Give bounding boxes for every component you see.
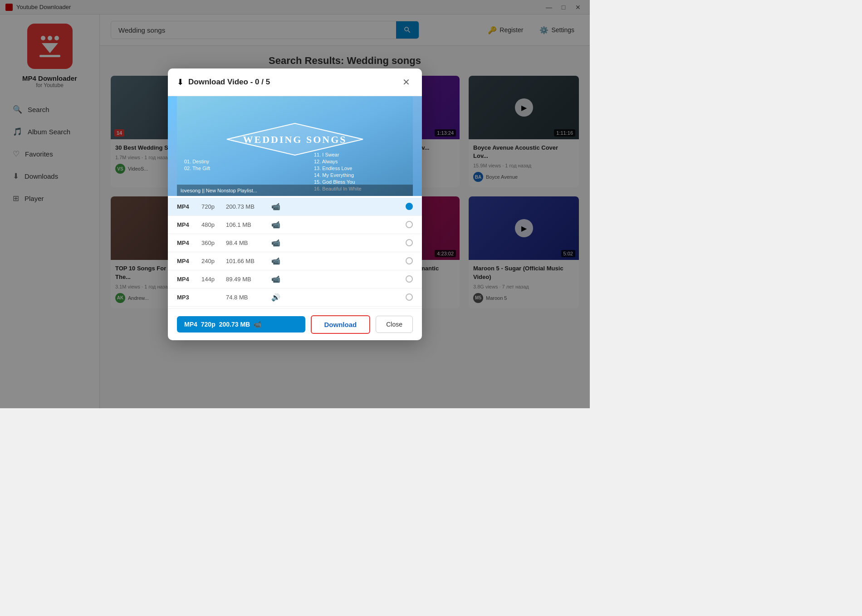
svg-text:WEDDING SONGS: WEDDING SONGS	[243, 134, 347, 145]
svg-text:lovesong || New Nonstop Playli: lovesong || New Nonstop Playlist...	[181, 188, 257, 193]
fmt-size-240p: 101.66 MB	[226, 258, 267, 264]
fmt-icon-480p: 📹	[271, 220, 280, 229]
selected-format-info: MP4 720p 200.73 MB 📹	[177, 316, 305, 332]
fmt-radio-720p	[406, 203, 413, 210]
svg-text:14. My Everything: 14. My Everything	[314, 172, 354, 178]
fmt-icon-mp3: 🔊	[271, 293, 280, 302]
svg-text:15. God Bless You: 15. God Bless You	[314, 179, 355, 185]
fmt-type-480p: MP4	[177, 221, 197, 228]
modal-close-button[interactable]: ✕	[400, 76, 413, 88]
selected-res: 720p	[201, 321, 216, 328]
download-icon: ⬇	[177, 77, 184, 87]
fmt-size-720p: 200.73 MB	[226, 203, 267, 210]
svg-text:13. Endless Love: 13. Endless Love	[314, 166, 352, 171]
format-row-mp3[interactable]: MP3 74.8 MB 🔊	[168, 288, 422, 307]
fmt-res-720p: 720p	[201, 203, 221, 210]
svg-text:11. I Swear: 11. I Swear	[314, 152, 339, 157]
fmt-radio-480p	[406, 221, 413, 228]
format-row-720p[interactable]: MP4 720p 200.73 MB 📹	[168, 198, 422, 216]
video-format-icon: 📹	[254, 321, 261, 328]
fmt-type-240p: MP4	[177, 258, 197, 264]
fmt-icon-360p: 📹	[271, 239, 280, 247]
modal-title: Download Video - 0 / 5	[188, 78, 395, 87]
fmt-type-360p: MP4	[177, 240, 197, 246]
fmt-radio-144p	[406, 275, 413, 283]
modal-video-thumbnail: WEDDING SONGS 01. Destiny 02. The Gift 1…	[168, 96, 422, 196]
fmt-type-720p: MP4	[177, 203, 197, 210]
svg-text:01. Destiny: 01. Destiny	[184, 159, 210, 164]
fmt-icon-720p: 📹	[271, 202, 280, 211]
fmt-res-480p: 480p	[201, 221, 221, 228]
svg-text:02. The Gift: 02. The Gift	[184, 166, 210, 171]
fmt-type-mp3: MP3	[177, 294, 197, 301]
format-row-240p[interactable]: MP4 240p 101.66 MB 📹	[168, 252, 422, 270]
fmt-size-144p: 89.49 MB	[226, 276, 267, 283]
svg-text:12. Always: 12. Always	[314, 159, 338, 164]
format-row-480p[interactable]: MP4 480p 106.1 MB 📹	[168, 216, 422, 234]
fmt-radio-360p	[406, 239, 413, 246]
fmt-size-mp3: 74.8 MB	[226, 294, 267, 301]
download-modal: ⬇ Download Video - 0 / 5 ✕ WEDDING SONGS	[168, 68, 422, 340]
download-button[interactable]: Download	[311, 315, 371, 334]
fmt-radio-mp3	[406, 293, 413, 301]
fmt-icon-240p: 📹	[271, 257, 280, 265]
fmt-res-144p: 144p	[201, 276, 221, 283]
format-row-360p[interactable]: MP4 360p 98.4 MB 📹	[168, 234, 422, 252]
selected-type: MP4	[184, 321, 197, 328]
fmt-type-144p: MP4	[177, 276, 197, 283]
fmt-size-360p: 98.4 MB	[226, 240, 267, 246]
format-row-144p[interactable]: MP4 144p 89.49 MB 📹	[168, 270, 422, 288]
selected-size: 200.73 MB	[219, 321, 250, 328]
modal-overlay[interactable]: ⬇ Download Video - 0 / 5 ✕ WEDDING SONGS	[0, 0, 590, 408]
wedding-thumb-svg: WEDDING SONGS 01. Destiny 02. The Gift 1…	[177, 96, 413, 196]
fmt-radio-240p	[406, 257, 413, 264]
fmt-icon-144p: 📹	[271, 275, 280, 284]
format-list: MP4 720p 200.73 MB 📹 MP4 480p 106.1 MB 📹…	[168, 196, 422, 308]
close-modal-button[interactable]: Close	[376, 316, 413, 333]
modal-footer: MP4 720p 200.73 MB 📹 Download Close	[168, 308, 422, 340]
modal-header: ⬇ Download Video - 0 / 5 ✕	[168, 68, 422, 96]
fmt-res-240p: 240p	[201, 258, 221, 264]
fmt-size-480p: 106.1 MB	[226, 221, 267, 228]
fmt-res-360p: 360p	[201, 240, 221, 246]
